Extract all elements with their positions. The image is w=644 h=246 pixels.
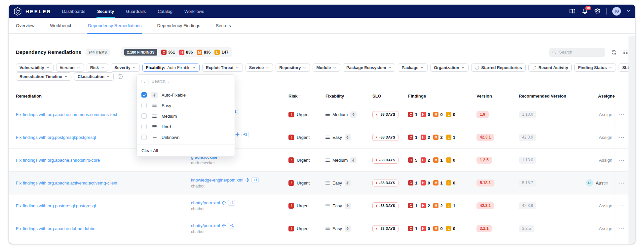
remediation-link[interactable]: Fix findings with org.apache.dubbo:dubbo — [16, 226, 95, 231]
filter-recent-activity[interactable]: Recent Activity — [528, 63, 572, 72]
column-header-slo[interactable]: SLO — [372, 93, 381, 98]
recommended-version-badge: 42.3.9 — [519, 202, 536, 209]
column-header-remediation[interactable]: Remediation — [16, 93, 42, 98]
checkbox[interactable] — [141, 103, 147, 108]
finding-L: L0 — [446, 112, 455, 117]
version-cell: 42.3.1 — [476, 194, 494, 217]
column-header-risk[interactable]: Risk↑ — [288, 93, 301, 98]
nav-item-label: Guardrails — [126, 9, 146, 14]
nav-item-guardrails[interactable]: Guardrails — [126, 5, 146, 18]
table-search[interactable] — [549, 48, 605, 57]
table-search-input[interactable] — [558, 50, 602, 55]
location-file-link[interactable]: chatty/pom.xml — [191, 200, 220, 205]
nav-item-catalog[interactable]: Catalog — [158, 5, 172, 18]
filter-remediation-timeline[interactable]: Remediation Timeline — [16, 72, 71, 81]
user-menu-chevron-icon[interactable] — [626, 8, 630, 14]
assign-button[interactable]: Assign — [599, 158, 612, 163]
filter-organization[interactable]: Organization — [430, 63, 468, 72]
docs-book-icon[interactable] — [569, 8, 576, 15]
filter-package-ecosystem[interactable]: Package Ecosystem — [343, 63, 395, 72]
more-locations-chip[interactable]: +1 — [251, 177, 259, 183]
column-header-version[interactable]: Version — [476, 93, 492, 98]
filter-risk[interactable]: Risk — [87, 63, 108, 72]
fixability-option-hard[interactable]: Hard — [137, 121, 235, 132]
row-menu-button[interactable]: ··· — [619, 157, 625, 163]
remediation-link[interactable]: Fix findings with org.apache.activemq:ac… — [16, 181, 117, 185]
assign-button[interactable]: Assign — [599, 112, 612, 117]
remediation-link[interactable]: Fix findings with org.apache.shiro:shiro… — [16, 158, 100, 163]
filter-severity[interactable]: Severity — [111, 63, 140, 72]
filter-module[interactable]: Module — [313, 63, 340, 72]
row-menu-button[interactable]: ··· — [619, 203, 625, 209]
location-file-link[interactable]: chatty/pom.xml — [191, 223, 220, 228]
slo-days: -58 DAYS — [379, 158, 395, 162]
location-file-link[interactable]: knowledge-engine/pom.xml — [191, 178, 243, 183]
filter-starred-repositories[interactable]: Starred Repositories — [471, 63, 526, 72]
remediation-link[interactable]: Fix findings with org.postgresql:postgre… — [16, 135, 96, 140]
row-menu-button[interactable]: ··· — [619, 180, 625, 186]
items-count-badge: 944 ITEMS — [86, 49, 110, 56]
location-line: chatty/pom.xml+1 — [191, 200, 235, 206]
column-header-assignee[interactable]: Assigne — [598, 93, 615, 98]
checkbox[interactable] — [141, 135, 147, 140]
checkbox[interactable] — [141, 113, 147, 119]
more-locations-chip[interactable]: +1 — [228, 223, 235, 228]
filter-fixability[interactable]: Fixability:Auto-Fixable — [142, 63, 200, 72]
user-avatar[interactable]: JG — [612, 7, 621, 16]
assignee-avatar: AL — [586, 179, 593, 186]
filter-service[interactable]: Service — [246, 63, 273, 72]
refresh-icon[interactable] — [611, 49, 617, 55]
urgent-risk-icon: ! — [288, 135, 294, 140]
fixability-option-unknown[interactable]: Unknown — [137, 132, 235, 143]
row-menu-button[interactable]: ··· — [619, 112, 625, 117]
tab-secrets[interactable]: Secrets — [216, 18, 231, 33]
column-header-recommended[interactable]: Recommended Version — [519, 93, 566, 98]
clear-filters-icon[interactable] — [117, 73, 123, 80]
assign-button[interactable]: Assign — [599, 203, 612, 208]
finding-count: 2 — [440, 203, 442, 208]
tab-workbench[interactable]: Workbench — [50, 18, 72, 33]
finding-count: 1 — [453, 203, 455, 208]
checkbox-checked[interactable] — [141, 92, 147, 98]
filter-vulnerability[interactable]: Vulnerability — [16, 63, 54, 72]
filter-version[interactable]: Version — [56, 63, 84, 72]
gear-icon[interactable] — [594, 8, 601, 15]
dropdown-search[interactable] — [137, 75, 235, 88]
filter-exploit-threat[interactable]: Exploit Threat — [202, 63, 243, 72]
column-header-findings[interactable]: Findings — [408, 93, 426, 98]
columns-icon[interactable] — [623, 49, 628, 55]
assign-button[interactable]: Assign — [599, 226, 612, 231]
remediation-link[interactable]: Fix findings with org.apache.commons:com… — [16, 112, 117, 117]
filter-repository[interactable]: Repository — [276, 63, 310, 72]
fixability-option-medium[interactable]: Medium — [137, 111, 235, 121]
fixability-option-easy[interactable]: Easy — [137, 100, 235, 111]
nav-item-security[interactable]: Security — [97, 5, 114, 18]
more-locations-chip[interactable]: +1 — [242, 132, 249, 137]
more-locations-chip[interactable]: +1 — [228, 200, 235, 206]
checkbox[interactable] — [141, 124, 147, 129]
tab-overview[interactable]: Overview — [16, 18, 34, 33]
clear-all-button[interactable]: Clear All — [137, 144, 235, 156]
remediation-link[interactable]: Fix findings with org.postgresql:postgre… — [16, 203, 96, 208]
row-menu-button[interactable]: ··· — [619, 135, 625, 140]
nav-item-dashboards[interactable]: Dashboards — [62, 5, 85, 18]
filter-finding-status[interactable]: Finding Status — [574, 63, 616, 72]
scrollbar-track[interactable] — [628, 36, 635, 244]
dropdown-search-input[interactable] — [151, 78, 230, 84]
fixability-option-auto-fixable[interactable]: Auto-Fixable — [137, 90, 235, 100]
row-menu-button[interactable]: ··· — [619, 226, 625, 231]
tab-dependency-findings[interactable]: Dependency Findings — [157, 18, 200, 33]
slo-badge: -58 DAYS — [372, 180, 398, 186]
filter-package[interactable]: Package — [398, 63, 428, 72]
filter-classification[interactable]: Classification — [74, 72, 114, 81]
bars-icon — [151, 104, 158, 107]
tab-label: Dependency Remediations — [88, 23, 141, 28]
assign-button[interactable]: Assign — [599, 135, 612, 140]
remediation-cell: Fix findings with org.postgresql:postgre… — [16, 194, 96, 217]
text-caret — [148, 79, 148, 84]
nav-item-workflows[interactable]: Workflows — [184, 5, 204, 18]
finding-count: 2 — [428, 203, 430, 208]
tab-dependency-remediations[interactable]: Dependency Remediations — [88, 18, 141, 33]
bell-icon[interactable]: 10 — [581, 8, 588, 15]
column-header-fixability[interactable]: Fixability — [325, 93, 344, 98]
